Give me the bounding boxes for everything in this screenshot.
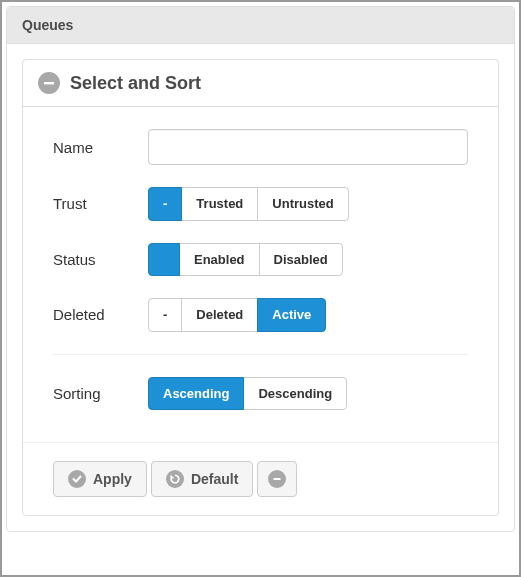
apply-button[interactable]: Apply (53, 461, 147, 497)
trust-any-button[interactable]: - (148, 187, 182, 221)
status-any-button[interactable] (148, 243, 180, 277)
apply-label: Apply (93, 471, 132, 487)
label-trust: Trust (53, 195, 148, 212)
trust-group: - Trusted Untrusted (148, 187, 349, 221)
status-disabled-button[interactable]: Disabled (259, 243, 343, 277)
select-and-sort-panel: Select and Sort Name Trust - Trusted Unt… (22, 59, 499, 516)
minus-icon (268, 470, 286, 488)
trust-untrusted-button[interactable]: Untrusted (257, 187, 348, 221)
window-frame: Queues Select and Sort Name Trust (0, 0, 521, 577)
divider (53, 354, 468, 355)
row-deleted: Deleted - Deleted Active (53, 298, 468, 332)
panel-title: Queues (7, 7, 514, 44)
deleted-deleted-button[interactable]: Deleted (181, 298, 258, 332)
svg-rect-1 (274, 478, 281, 480)
deleted-group: - Deleted Active (148, 298, 326, 332)
status-group: Enabled Disabled (148, 243, 343, 277)
collapse-icon[interactable] (38, 72, 60, 94)
reset-button[interactable] (257, 461, 297, 497)
label-sorting: Sorting (53, 385, 148, 402)
sort-ascending-button[interactable]: Ascending (148, 377, 244, 411)
label-name: Name (53, 139, 148, 156)
row-status: Status Enabled Disabled (53, 243, 468, 277)
name-input[interactable] (148, 129, 468, 165)
svg-rect-0 (44, 82, 54, 84)
row-sorting: Sorting Ascending Descending (53, 377, 468, 411)
section-title: Select and Sort (70, 73, 201, 94)
filter-form: Name Trust - Trusted Untrusted Status (23, 107, 498, 442)
deleted-any-button[interactable]: - (148, 298, 182, 332)
row-name: Name (53, 129, 468, 165)
row-trust: Trust - Trusted Untrusted (53, 187, 468, 221)
sort-descending-button[interactable]: Descending (243, 377, 347, 411)
default-label: Default (191, 471, 238, 487)
refresh-icon (166, 470, 184, 488)
panel-body: Select and Sort Name Trust - Trusted Unt… (7, 44, 514, 531)
label-status: Status (53, 251, 148, 268)
label-deleted: Deleted (53, 306, 148, 323)
action-footer: Apply Default (23, 442, 498, 515)
deleted-active-button[interactable]: Active (257, 298, 326, 332)
trust-trusted-button[interactable]: Trusted (181, 187, 258, 221)
status-enabled-button[interactable]: Enabled (179, 243, 260, 277)
default-button[interactable]: Default (151, 461, 253, 497)
check-icon (68, 470, 86, 488)
sorting-group: Ascending Descending (148, 377, 347, 411)
section-header[interactable]: Select and Sort (23, 60, 498, 107)
queues-panel: Queues Select and Sort Name Trust (6, 6, 515, 532)
